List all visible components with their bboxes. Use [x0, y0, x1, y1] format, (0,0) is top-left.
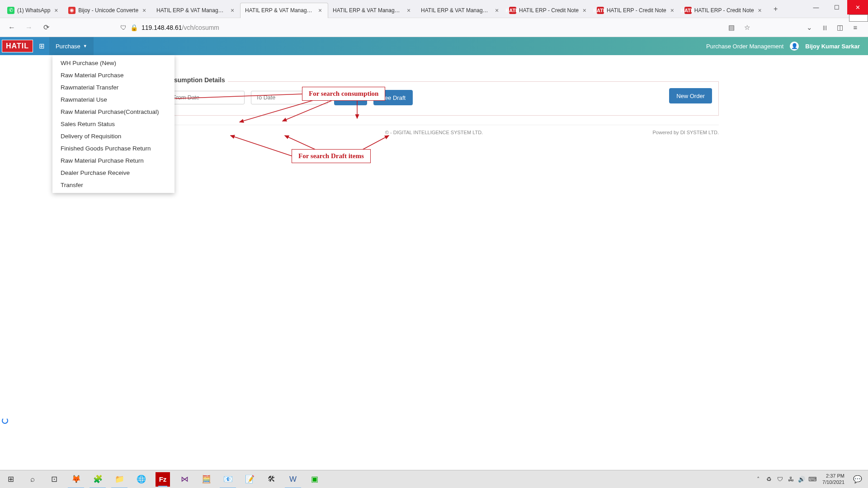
dd-raw-material-purchase[interactable]: Raw Material Purchase: [52, 69, 175, 81]
task-view-button[interactable]: ⊡: [43, 470, 65, 488]
dd-dealer-purchase-receive[interactable]: Dealer Purchase Receive: [52, 167, 175, 179]
tab-hatil-active[interactable]: HATIL ERP & VAT Manageme ×: [240, 3, 328, 18]
window-minimize[interactable]: —: [806, 0, 826, 14]
footer: © - DIGITAL INTELLIGENCE SYSTEM LTD. Pow…: [149, 125, 719, 138]
tab-title: HATIL ERP & VAT Manageme: [156, 7, 226, 14]
calculator-taskbar[interactable]: 🧮: [195, 470, 217, 488]
app-header: HATIL ⊞ Purchase ▼ Purchase Order Manage…: [0, 37, 868, 55]
footer-center: © - DIGITAL INTELLIGENCE SYSTEM LTD.: [385, 130, 483, 135]
tab-whatsapp[interactable]: ✆ (1) WhatsApp ×: [3, 3, 64, 18]
hatil-icon: HATIL: [684, 7, 692, 14]
address-bar[interactable]: 🛡 🔒 119.148.48.61/vch/cosumm: [116, 20, 677, 35]
menu-label: Purchase: [56, 43, 80, 50]
module-title: Purchase Order Management: [706, 43, 783, 50]
window-close[interactable]: ✕ Close: [847, 0, 868, 14]
sidebar-icon[interactable]: ◫: [835, 23, 844, 32]
app-taskbar-1[interactable]: 🧩: [87, 470, 108, 488]
explorer-taskbar[interactable]: 📁: [108, 470, 130, 488]
terminal-taskbar[interactable]: ▣: [304, 470, 326, 488]
user-name[interactable]: Bijoy Kumar Sarkar: [805, 43, 860, 50]
browser-toolbar: ← → ⟳ 🛡 🔒 119.148.48.61/vch/cosumm ▤ ☆ ⌄…: [0, 18, 868, 37]
tab-bijoy[interactable]: ◉ Bijoy - Unicode Converte ×: [64, 3, 152, 18]
tray-network-icon[interactable]: 🖧: [786, 475, 795, 484]
chrome-taskbar[interactable]: 🌐: [130, 470, 152, 488]
avatar[interactable]: 👤: [790, 42, 799, 51]
firefox-taskbar[interactable]: 🦊: [65, 470, 87, 488]
pocket-icon[interactable]: ⌄: [805, 23, 814, 32]
filezilla-taskbar[interactable]: Fz: [156, 472, 170, 487]
dd-transfer[interactable]: Transfer: [52, 179, 175, 191]
word-taskbar[interactable]: W: [282, 470, 304, 488]
tray-sync-icon[interactable]: ♻: [764, 475, 774, 484]
shield-icon: 🛡: [120, 24, 127, 31]
taskbar: ⊞ ⌕ ⊡ 🦊 🧩 📁 🌐 Fz ⋈ 🧮 📧 📝 🛠 W ▣ ˄ ♻ 🛡 🖧 🔊…: [0, 470, 868, 488]
tray-security-icon[interactable]: 🛡: [775, 475, 784, 484]
from-date-input[interactable]: [168, 91, 245, 104]
tab-credit-1[interactable]: HATIL HATIL ERP - Credit Note ×: [505, 3, 592, 18]
tab-title: Bijoy - Unicode Converte: [78, 7, 138, 14]
close-icon[interactable]: ×: [229, 7, 236, 14]
app-taskbar-2[interactable]: 🛠: [260, 470, 282, 488]
logo[interactable]: HATIL: [2, 40, 33, 52]
tab-title: HATIL ERP - Credit Note: [519, 7, 579, 14]
lock-icon: 🔒: [130, 24, 138, 31]
mail-taskbar[interactable]: 📧: [217, 470, 239, 488]
whatsapp-icon: ✆: [7, 7, 14, 14]
back-button[interactable]: ←: [5, 21, 18, 34]
notification-button[interactable]: 💬: [850, 470, 865, 488]
dd-raw-material-return[interactable]: Raw Material Purchase Return: [52, 155, 175, 167]
bijoy-icon: ◉: [68, 7, 75, 14]
clock-date: 7/10/2021: [822, 479, 844, 486]
dd-raw-material-contractual[interactable]: Raw Material Purchase(Contractual): [52, 106, 175, 118]
new-order-button[interactable]: New Order: [669, 88, 712, 103]
tab-credit-2[interactable]: HATIL HATIL ERP - Credit Note ×: [592, 3, 680, 18]
notes-taskbar[interactable]: 📝: [239, 470, 260, 488]
tray-volume-icon[interactable]: 🔊: [797, 475, 806, 484]
reader-icon[interactable]: ▤: [727, 23, 736, 32]
apps-icon[interactable]: ⊞: [35, 39, 49, 53]
tab-title: HATIL ERP & VAT Manageme: [421, 7, 491, 14]
dd-rawmaterial-use[interactable]: Rawmaterial Use: [52, 94, 175, 106]
browser-tab-strip: ✆ (1) WhatsApp × ◉ Bijoy - Unicode Conve…: [0, 0, 868, 18]
loading-spinner-icon: [2, 418, 8, 424]
forward-button[interactable]: →: [23, 21, 35, 34]
purchase-menu[interactable]: Purchase ▼: [49, 37, 94, 55]
close-icon[interactable]: ×: [141, 7, 147, 14]
dd-wh-purchase[interactable]: WH Purchase (New): [52, 57, 175, 69]
dd-rawmaterial-transfer[interactable]: Rawmaterial Transfer: [52, 81, 175, 94]
start-button[interactable]: ⊞: [0, 470, 22, 488]
close-icon[interactable]: ×: [757, 7, 763, 14]
tab-hatil-3[interactable]: HATIL ERP & VAT Manageme ×: [328, 3, 416, 18]
close-tooltip: Close: [849, 14, 868, 22]
dd-delivery-requisition[interactable]: Delivery of Requisition: [52, 130, 175, 142]
tray-chevron-icon[interactable]: ˄: [754, 475, 763, 484]
panel-title: sumption Details: [171, 76, 228, 84]
search-button-taskbar[interactable]: ⌕: [22, 470, 43, 488]
close-icon[interactable]: ×: [317, 7, 323, 14]
new-tab-button[interactable]: +: [769, 3, 782, 15]
close-icon[interactable]: ×: [53, 7, 59, 14]
dd-sales-return-status[interactable]: Sales Return Status: [52, 118, 175, 130]
tab-hatil-1[interactable]: HATIL ERP & VAT Manageme ×: [152, 3, 240, 18]
tab-title: HATIL ERP & VAT Manageme: [245, 7, 314, 14]
reload-button[interactable]: ⟳: [40, 21, 52, 34]
url-text: 119.148.48.61/vch/cosumm: [142, 24, 219, 31]
close-icon[interactable]: ×: [494, 7, 500, 14]
tab-credit-3[interactable]: HATIL HATIL ERP - Credit Note ×: [680, 3, 768, 18]
dd-finished-goods-return[interactable]: Finished Goods Purchase Return: [52, 142, 175, 155]
tab-hatil-4[interactable]: HATIL ERP & VAT Manageme ×: [416, 3, 505, 18]
visualstudio-taskbar[interactable]: ⋈: [174, 470, 195, 488]
taskbar-clock[interactable]: 2:37 PM 7/10/2021: [819, 473, 848, 486]
footer-right: Powered by DI SYSTEM LTD.: [652, 130, 719, 135]
library-icon[interactable]: ⫼: [820, 23, 829, 32]
close-icon[interactable]: ×: [669, 7, 675, 14]
tray-lang-icon[interactable]: ⌨: [808, 475, 817, 484]
bookmark-icon[interactable]: ☆: [742, 23, 751, 32]
close-icon[interactable]: ×: [406, 7, 412, 14]
menu-icon[interactable]: ≡: [851, 23, 860, 32]
close-icon[interactable]: ×: [581, 7, 588, 14]
tab-title: HATIL ERP - Credit Note: [607, 7, 666, 14]
window-maximize[interactable]: ☐: [826, 0, 847, 14]
clock-time: 2:37 PM: [822, 473, 844, 479]
consumption-panel: sumption Details New Order Search See Dr…: [149, 81, 719, 116]
